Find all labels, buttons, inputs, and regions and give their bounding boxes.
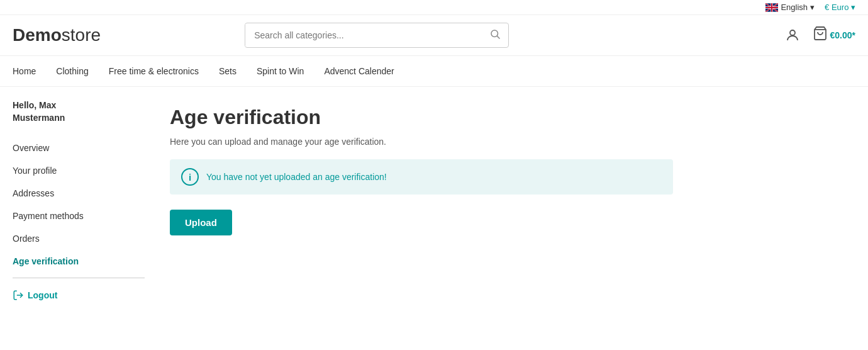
sidebar-item-orders[interactable]: Orders (13, 227, 145, 250)
logo-regular: store (62, 25, 101, 45)
header: Demostore €0.00* (0, 15, 868, 56)
sidebar-greeting: Hello, Max Mustermann (13, 99, 145, 124)
main-content: Age verification Here you can upload and… (157, 99, 855, 326)
currency-dropdown-icon: ▾ (851, 3, 855, 12)
page-title: Age verification (170, 106, 843, 129)
language-dropdown-icon: ▾ (810, 3, 815, 12)
logo-bold: Demo (13, 25, 62, 45)
main-layout: Hello, Max Mustermann Overview Your prof… (0, 87, 868, 339)
logout-label: Logout (28, 290, 57, 300)
sidebar-logout[interactable]: Logout (13, 283, 145, 307)
sidebar-item-addresses[interactable]: Addresses (13, 182, 145, 205)
cart-button[interactable]: €0.00* (813, 26, 855, 45)
info-banner: i You have not yet uploaded an age verif… (170, 159, 673, 195)
search-bar (245, 23, 509, 48)
header-icons: €0.00* (785, 26, 855, 45)
currency-selector[interactable]: € Euro ▾ (825, 3, 855, 12)
currency-label: € Euro (825, 3, 849, 12)
sidebar-item-overview[interactable]: Overview (13, 137, 145, 159)
info-message: You have not yet uploaded an age verific… (206, 172, 387, 182)
top-bar: English ▾ € Euro ▾ (0, 0, 868, 15)
svg-line-2 (498, 36, 500, 38)
account-icon (785, 28, 800, 43)
search-input[interactable] (245, 24, 482, 47)
logout-icon (13, 290, 24, 301)
search-button[interactable] (482, 23, 508, 47)
nav-item-sets[interactable]: Sets (209, 56, 247, 86)
sidebar-item-age-verification[interactable]: Age verification (13, 250, 145, 273)
info-icon: i (181, 168, 199, 186)
language-selector[interactable]: English ▾ (765, 3, 815, 12)
flag-icon (765, 3, 778, 12)
account-button[interactable] (785, 28, 800, 43)
sidebar-item-profile[interactable]: Your profile (13, 159, 145, 182)
sidebar-item-payment[interactable]: Payment methods (13, 205, 145, 227)
nav-item-home[interactable]: Home (13, 56, 46, 86)
greeting-line1: Hello, Max (13, 100, 56, 110)
cart-icon (813, 26, 828, 45)
language-label: English (781, 3, 808, 12)
search-icon (489, 28, 501, 40)
svg-point-1 (491, 30, 498, 37)
sidebar-menu: Overview Your profile Addresses Payment … (13, 137, 145, 273)
logo[interactable]: Demostore (13, 25, 101, 45)
greeting-line2: Mustermann (13, 113, 65, 123)
nav-item-clothing[interactable]: Clothing (46, 56, 98, 86)
sidebar-divider (13, 278, 145, 278)
svg-point-3 (790, 30, 795, 35)
upload-button[interactable]: Upload (170, 210, 232, 235)
nav-item-advent[interactable]: Advenct Calender (314, 56, 404, 86)
cart-icon-svg (813, 26, 828, 41)
cart-price: €0.00* (830, 30, 855, 40)
page-subtitle: Here you can upload and manage your age … (170, 137, 843, 147)
nav-item-free-time[interactable]: Free time & electronics (99, 56, 209, 86)
main-nav: Home Clothing Free time & electronics Se… (0, 56, 868, 87)
nav-item-spint[interactable]: Spint to Win (247, 56, 314, 86)
sidebar: Hello, Max Mustermann Overview Your prof… (13, 99, 145, 326)
